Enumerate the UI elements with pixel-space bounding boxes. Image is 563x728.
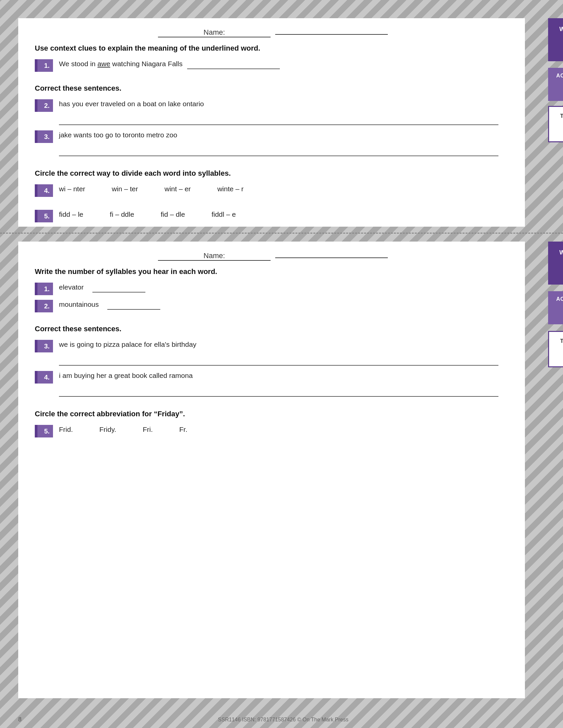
footer-copyright: SSR1146 ISBN: 9781771587426 © On The Mar… — [218, 717, 349, 723]
bot-q-number-3: 3. — [35, 340, 53, 352]
bot-q-number-4: 4. — [35, 371, 53, 384]
syllable-opt-5-2[interactable]: fi – ddle — [110, 209, 134, 220]
q-text-4: wi – nter win – ter wint – er winte – r — [59, 184, 508, 194]
bot-q2-blank[interactable] — [107, 309, 160, 310]
syllable-options-5: fidd – le fi – ddle fid – dle fiddl – e — [59, 209, 508, 220]
q-text-1: We stood in awe watching Niagara Falls — [59, 59, 508, 69]
q3-answer-line[interactable] — [59, 147, 498, 156]
bot-q-number-2: 2. — [35, 300, 53, 312]
week-label-bot: WEEK — [559, 249, 563, 256]
abbr-opt-2[interactable]: Fridy. — [99, 424, 116, 435]
bot-q-row-1: 1. elevator — [35, 282, 508, 295]
q-text-3: jake wants too go to toronto metro zoo — [59, 130, 508, 140]
name-line-top: Name: — [35, 28, 508, 37]
q-text-2: has you ever traveled on a boat on lake … — [59, 99, 508, 109]
q-number-3: 3. — [35, 130, 53, 143]
bot-q-text-3: we is going to pizza palace for ella's b… — [59, 339, 508, 350]
question-row-2: 2. has you ever traveled on a boat on la… — [35, 99, 508, 112]
worksheet-bottom: Name: Write the number of syllables you … — [18, 242, 525, 698]
question-row-3: 3. jake wants too go to toronto metro zo… — [35, 130, 508, 143]
abbr-opt-4[interactable]: Fr. — [179, 424, 187, 435]
question-row-4: 4. wi – nter win – ter wint – er winte –… — [35, 184, 508, 197]
syllable-options-4: wi – nter win – ter wint – er winte – r — [59, 184, 508, 194]
bot-q-row-4: 4. i am buying her a great book called r… — [35, 370, 508, 384]
bot-q-number-5: 5. — [35, 425, 53, 437]
q2-answer-line[interactable] — [59, 116, 498, 125]
instruction-3-bot: Circle the correct abbreviation for “Fri… — [35, 410, 508, 418]
page-wrapper: Name: Use context clues to explain the m… — [0, 0, 563, 728]
tab-activity-bot: ACTIVITY 4 — [548, 291, 563, 324]
dashed-separator — [0, 233, 563, 234]
worksheet-top: Name: Use context clues to explain the m… — [18, 18, 525, 227]
instruction-2-top: Correct these sentences. — [35, 84, 508, 93]
syllable-opt-5-3[interactable]: fid – dle — [161, 209, 185, 220]
name-label-bottom: Name: — [158, 251, 270, 261]
bot-q-row-3: 3. we is going to pizza palace for ella'… — [35, 339, 508, 352]
syllable-opt-4-1[interactable]: wi – nter — [59, 184, 85, 194]
bot-q-row-5: 5. Frid. Fridy. Fri. Fr. — [35, 424, 508, 437]
abbreviation-options: Frid. Fridy. Fri. Fr. — [59, 424, 508, 435]
bot-q-text-2: mountainous — [59, 299, 508, 310]
total-label-top: TOTAL — [560, 113, 563, 119]
name-blank-bottom[interactable] — [275, 257, 388, 258]
page-number: 8 — [18, 716, 22, 723]
syllable-opt-5-1[interactable]: fidd – le — [59, 209, 83, 220]
abbr-opt-1[interactable]: Frid. — [59, 424, 73, 435]
abbr-opt-3[interactable]: Fri. — [143, 424, 153, 435]
tab-total-top: TOTAL /5 — [548, 106, 563, 142]
week-label-top: WEEK — [559, 26, 563, 33]
total-label-bot: TOTAL — [560, 338, 563, 344]
instruction-2-bot: Correct these sentences. — [35, 325, 508, 333]
bot-q-text-5: Frid. Fridy. Fri. Fr. — [59, 424, 508, 435]
q-number-2: 2. — [35, 99, 53, 112]
syllable-opt-5-4[interactable]: fiddl – e — [211, 209, 236, 220]
bot-q-row-2: 2. mountainous — [35, 299, 508, 312]
bot-q3-answer-line[interactable] — [59, 356, 498, 366]
syllable-opt-4-3[interactable]: wint – er — [164, 184, 191, 194]
bot-q1-blank[interactable] — [92, 292, 145, 293]
question-row-1: 1. We stood in awe watching Niagara Fall… — [35, 59, 508, 72]
bot-q4-answer-line[interactable] — [59, 387, 498, 397]
question-row-5: 5. fidd – le fi – ddle fid – dle fiddl –… — [35, 209, 508, 222]
bot-q-text-4: i am buying her a great book called ramo… — [59, 370, 508, 381]
q-number-5: 5. — [35, 210, 53, 222]
name-line-bottom: Name: — [35, 251, 508, 261]
syllable-opt-4-2[interactable]: win – ter — [112, 184, 138, 194]
q1-answer-blank[interactable] — [187, 68, 280, 69]
name-blank-top[interactable] — [275, 34, 388, 35]
bot-q-number-1: 1. — [35, 283, 53, 295]
tab-week-top: WEEK 1 — [548, 18, 563, 61]
tab-activity-top: ACTIVITY 3 — [548, 68, 563, 101]
q-text-5: fidd – le fi – ddle fid – dle fiddl – e — [59, 209, 508, 220]
footer: 8 SSR1146 ISBN: 9781771587426 © On The M… — [18, 716, 545, 723]
tab-total-bot: TOTAL /5 — [548, 331, 563, 367]
tab-week-bot: WEEK 1 — [548, 242, 563, 285]
activity-label-top: ACTIVITY — [556, 73, 563, 79]
activity-label-bot: ACTIVITY — [556, 296, 563, 302]
instruction-1-top: Use context clues to explain the meaning… — [35, 44, 508, 53]
instruction-3-top: Circle the correct way to divide each wo… — [35, 169, 508, 178]
q-number-1: 1. — [35, 59, 53, 72]
q-number-4: 4. — [35, 184, 53, 197]
syllable-opt-4-4[interactable]: winte – r — [217, 184, 243, 194]
name-label-top: Name: — [158, 28, 270, 37]
instruction-1-bot: Write the number of syllables you hear i… — [35, 267, 508, 276]
bot-q-text-1: elevator — [59, 282, 508, 293]
